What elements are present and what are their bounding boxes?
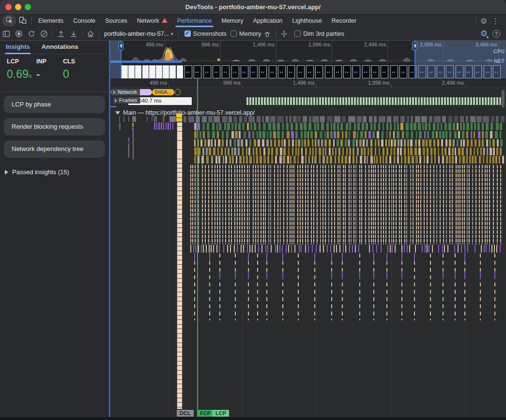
flame-bar[interactable] (433, 123, 435, 130)
flame-bar[interactable] (355, 245, 356, 253)
flame-bar[interactable] (491, 123, 493, 130)
flame-bar[interactable] (209, 254, 210, 320)
insight-card-2[interactable]: Network dependency tree (4, 140, 105, 158)
flame-bar[interactable] (282, 271, 283, 279)
flame-bar[interactable] (222, 139, 224, 147)
flame-bar[interactable] (267, 156, 269, 164)
memory-label[interactable]: Memory (239, 30, 261, 37)
flame-bar[interactable] (209, 148, 211, 155)
frame-bar[interactable] (441, 97, 443, 105)
flame-bar[interactable] (123, 116, 124, 122)
tab-recorder[interactable]: Recorder (327, 15, 361, 27)
flame-bar[interactable] (361, 165, 362, 244)
flame-bar[interactable] (204, 139, 206, 147)
flame-bar[interactable] (402, 131, 403, 138)
flame-bar[interactable] (455, 156, 457, 164)
flame-bar[interactable] (298, 254, 299, 320)
flame-bar[interactable] (227, 123, 230, 130)
flame-long-task-top[interactable] (176, 113, 183, 122)
flame-bar[interactable] (132, 123, 134, 127)
flame-bar[interactable] (215, 156, 217, 164)
flame-bar[interactable] (301, 148, 303, 155)
flame-bar[interactable] (466, 156, 468, 164)
frame-bar[interactable] (467, 97, 469, 105)
flame-bar[interactable] (365, 131, 367, 138)
flame-bar[interactable] (239, 156, 242, 164)
flame-bar[interactable] (401, 156, 403, 164)
flame-bar[interactable] (337, 123, 339, 130)
flame-bar[interactable] (358, 245, 359, 253)
flame-bar[interactable] (381, 165, 382, 244)
flame-bar[interactable] (400, 123, 403, 130)
flame-bar[interactable] (268, 165, 269, 244)
frame-bar[interactable] (435, 97, 437, 105)
flame-bar[interactable] (482, 131, 484, 138)
fcp-marker-badge[interactable]: FCP (197, 410, 214, 417)
screenshot-thumbnail[interactable] (177, 65, 183, 78)
flame-bar[interactable] (430, 254, 431, 320)
dim-3rd-parties-label[interactable]: Dim 3rd parties (303, 30, 344, 37)
main-thread-track[interactable]: Main — https://portfolio-amber-mu-57.ver… (110, 108, 506, 417)
sidebar-tab-insights[interactable]: Insights (0, 41, 36, 54)
flame-bar[interactable] (271, 156, 274, 164)
flame-bar[interactable] (327, 116, 333, 122)
flame-bar[interactable] (385, 139, 387, 147)
flame-bar[interactable] (412, 156, 414, 164)
screenshot-thumbnail[interactable] (231, 65, 239, 78)
flame-bar[interactable] (201, 245, 202, 253)
flame-bar[interactable] (375, 148, 376, 155)
flame-bar[interactable] (315, 131, 317, 138)
flame-bar[interactable] (470, 116, 475, 122)
frame-bar[interactable] (418, 97, 420, 105)
flame-bar[interactable] (496, 123, 499, 130)
flame-bar[interactable] (168, 122, 169, 130)
flame-bar[interactable] (322, 165, 323, 244)
flame-bar[interactable] (202, 123, 205, 130)
flame-bar[interactable] (345, 165, 346, 244)
flame-bar[interactable] (287, 156, 289, 164)
flame-bar[interactable] (239, 131, 241, 138)
flame-bar[interactable] (415, 139, 417, 147)
tab-application[interactable]: Application (248, 15, 287, 27)
flame-bar[interactable] (469, 165, 470, 244)
flame-bar[interactable] (230, 245, 231, 253)
flame-bar[interactable] (383, 165, 384, 244)
flame-bar[interactable] (364, 156, 366, 164)
flame-bar[interactable] (460, 165, 460, 244)
flame-bar[interactable] (386, 254, 387, 320)
flame-bar[interactable] (277, 165, 278, 244)
flame-bar[interactable] (194, 254, 195, 262)
frame-bar[interactable] (496, 97, 498, 105)
fit-window-button[interactable] (278, 28, 291, 40)
screenshot-thumbnail[interactable] (353, 65, 360, 78)
flame-bar[interactable] (258, 139, 260, 147)
flame-bar[interactable] (278, 139, 280, 147)
flame-bar[interactable] (202, 165, 203, 244)
frame-bar[interactable] (415, 97, 417, 105)
flame-bar[interactable] (448, 123, 451, 130)
screenshot-thumbnail[interactable] (371, 65, 379, 78)
flame-bar[interactable] (407, 116, 409, 122)
record-button[interactable] (13, 28, 25, 40)
flame-bar[interactable] (363, 116, 367, 122)
flame-bar[interactable] (219, 271, 220, 279)
flame-bar[interactable] (263, 148, 266, 155)
flame-bar[interactable] (398, 139, 399, 147)
flame-bar[interactable] (466, 123, 469, 130)
help-icon[interactable]: ? (492, 30, 500, 38)
flame-bar[interactable] (237, 139, 240, 147)
frame-bar[interactable] (368, 97, 370, 105)
insight-card-0[interactable]: LCP by phase (4, 96, 105, 113)
flame-bar[interactable] (132, 116, 136, 122)
flame-bar[interactable] (449, 165, 450, 244)
flame-bar[interactable] (249, 165, 250, 244)
frame-bar[interactable] (331, 97, 333, 105)
tab-memory[interactable]: Memory (216, 15, 248, 27)
frame-bar[interactable] (278, 97, 280, 105)
flame-bar[interactable] (493, 165, 494, 244)
flame-bar[interactable] (307, 139, 309, 147)
flame-bar[interactable] (385, 156, 387, 164)
flame-bar[interactable] (457, 123, 459, 130)
flame-bar[interactable] (214, 116, 220, 122)
flame-bar[interactable] (472, 165, 473, 244)
